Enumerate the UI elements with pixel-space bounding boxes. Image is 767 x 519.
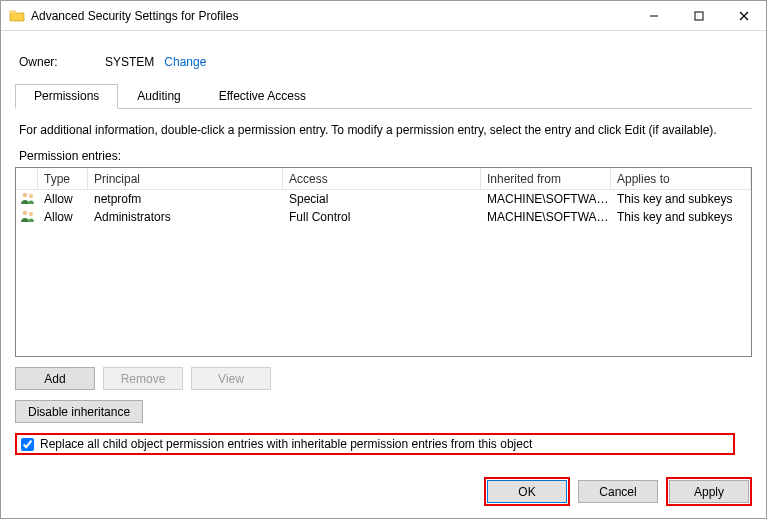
highlight-apply: Apply (666, 477, 752, 506)
owner-label: Owner: (19, 55, 105, 69)
window-title: Advanced Security Settings for Profiles (31, 9, 631, 23)
dialog-buttons: OK Cancel Apply (1, 465, 766, 518)
maximize-button[interactable] (676, 1, 721, 30)
col-header-type[interactable]: Type (38, 168, 88, 189)
svg-point-5 (29, 194, 33, 198)
col-header-inherited[interactable]: Inherited from (481, 168, 611, 189)
tab-permissions[interactable]: Permissions (15, 84, 118, 109)
cell-applies: This key and subkeys (611, 192, 751, 206)
change-owner-link[interactable]: Change (164, 55, 206, 69)
tab-auditing[interactable]: Auditing (118, 84, 199, 109)
info-text: For additional information, double-click… (19, 123, 752, 137)
permission-grid: Type Principal Access Inherited from App… (15, 167, 752, 357)
col-header-principal[interactable]: Principal (88, 168, 283, 189)
folder-icon (9, 8, 25, 24)
col-header-icon[interactable] (16, 168, 38, 189)
owner-value: SYSTEM (105, 55, 154, 69)
apply-button[interactable]: Apply (669, 480, 749, 503)
cell-principal: Administrators (88, 210, 283, 224)
ok-button[interactable]: OK (487, 480, 567, 503)
cell-inherited: MACHINE\SOFTWARE... (481, 210, 611, 224)
disable-inheritance-row: Disable inheritance (15, 400, 752, 423)
cell-type: Allow (38, 192, 88, 206)
highlight-ok: OK (484, 477, 570, 506)
svg-point-4 (23, 192, 28, 197)
cell-type: Allow (38, 210, 88, 224)
svg-rect-1 (695, 12, 703, 20)
col-header-applies[interactable]: Applies to (611, 168, 751, 189)
users-icon (16, 209, 38, 226)
replace-children-row: Replace all child object permission entr… (15, 433, 735, 455)
tab-effective-access[interactable]: Effective Access (200, 84, 325, 109)
disable-inheritance-button[interactable]: Disable inheritance (15, 400, 143, 423)
grid-header: Type Principal Access Inherited from App… (16, 168, 751, 190)
svg-point-6 (23, 210, 28, 215)
replace-children-checkbox[interactable] (21, 438, 34, 451)
replace-children-label: Replace all child object permission entr… (40, 437, 532, 451)
cell-principal: netprofm (88, 192, 283, 206)
cell-access: Special (283, 192, 481, 206)
window-buttons (631, 1, 766, 30)
users-icon (16, 191, 38, 208)
remove-button[interactable]: Remove (103, 367, 183, 390)
cell-access: Full Control (283, 210, 481, 224)
close-button[interactable] (721, 1, 766, 30)
cell-applies: This key and subkeys (611, 210, 751, 224)
cell-inherited: MACHINE\SOFTWARE... (481, 192, 611, 206)
content: Owner: SYSTEM Change Permissions Auditin… (1, 31, 766, 465)
window: Advanced Security Settings for Profiles … (0, 0, 767, 519)
add-button[interactable]: Add (15, 367, 95, 390)
entries-label: Permission entries: (19, 149, 752, 163)
cancel-button[interactable]: Cancel (578, 480, 658, 503)
minimize-button[interactable] (631, 1, 676, 30)
titlebar: Advanced Security Settings for Profiles (1, 1, 766, 31)
table-row[interactable]: Allow netprofm Special MACHINE\SOFTWARE.… (16, 190, 751, 208)
view-button[interactable]: View (191, 367, 271, 390)
owner-row: Owner: SYSTEM Change (19, 55, 752, 69)
col-header-access[interactable]: Access (283, 168, 481, 189)
svg-point-7 (29, 212, 33, 216)
entry-buttons-row: Add Remove View (15, 367, 752, 390)
tabstrip: Permissions Auditing Effective Access (15, 83, 752, 109)
table-row[interactable]: Allow Administrators Full Control MACHIN… (16, 208, 751, 226)
